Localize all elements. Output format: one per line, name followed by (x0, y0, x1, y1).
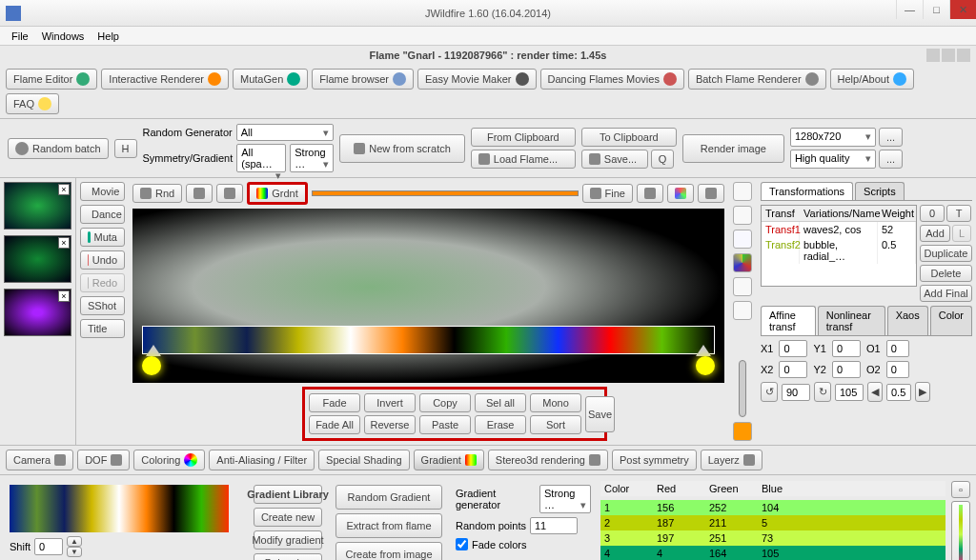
table-row[interactable]: Transf2 bubble, radial_… 0.5 (762, 237, 916, 264)
color-table-row[interactable]: 319725173 (600, 530, 946, 546)
resolution-select[interactable]: 1280x720 (790, 128, 876, 147)
t-button[interactable]: T (946, 205, 971, 222)
table-row[interactable]: Transf1 waves2, cos 52 (762, 222, 916, 237)
thumb-close-icon[interactable]: × (58, 184, 70, 195)
tab-post-symmetry[interactable]: Post symmetry (612, 450, 697, 470)
x2-input[interactable] (779, 361, 807, 378)
zero-button[interactable]: 0 (920, 205, 945, 222)
o1-input[interactable] (886, 340, 909, 357)
tab-interactive-renderer[interactable]: Interactive Renderer (101, 69, 229, 90)
canvas-tool-1[interactable] (186, 184, 213, 203)
tab-gradient[interactable]: Gradient (414, 450, 484, 470)
tab-flame-editor[interactable]: Flame Editor (6, 69, 97, 90)
subtab-xaos[interactable]: Xaos (887, 306, 928, 335)
extract-from-flame-button[interactable]: Extract from flame (336, 513, 442, 538)
undo-button[interactable]: Undo (80, 250, 125, 270)
deselect-icon[interactable]: ▫ (951, 481, 970, 498)
save-gradient-button[interactable]: Save (585, 396, 615, 432)
thumb-close-icon[interactable]: × (58, 237, 70, 249)
tab-dof[interactable]: DOF (77, 450, 130, 470)
tool-line-icon[interactable] (733, 277, 752, 296)
subtab-color[interactable]: Color (930, 306, 972, 335)
tab-stereo3d[interactable]: Stereo3d rendering (488, 450, 608, 470)
random-gradient-button[interactable]: Random Gradient (336, 485, 442, 510)
fade-button[interactable]: Fade (309, 393, 360, 412)
rotate-left-icon[interactable]: ↺ (761, 382, 778, 402)
color-table-row[interactable]: 44164105 (600, 546, 946, 560)
reverse-button[interactable]: Reverse (364, 415, 416, 434)
flame-canvas[interactable] (132, 209, 724, 383)
tab-faq[interactable]: FAQ (6, 93, 59, 114)
tab-layerz[interactable]: Layerz (701, 450, 762, 470)
subtab-affine[interactable]: Affine transf (761, 306, 816, 335)
fade-all-button[interactable]: Fade All (309, 415, 360, 434)
o2-input[interactable] (886, 361, 909, 378)
tool-target-icon[interactable] (733, 301, 752, 320)
muta-button[interactable]: Muta (80, 228, 125, 247)
to-clipboard-button[interactable]: To Clipboard (581, 128, 677, 147)
y1-input[interactable] (832, 340, 861, 357)
grid-button[interactable] (637, 184, 663, 203)
tab-antialiasing[interactable]: Anti-Aliasing / Filter (209, 450, 315, 470)
gradient-end-triangle-icon[interactable] (696, 345, 711, 356)
shift-down-icon[interactable]: ▼ (67, 547, 82, 557)
h-button[interactable]: H (114, 139, 137, 158)
tool-dots-icon[interactable] (733, 253, 752, 272)
copy-button[interactable]: Copy (419, 393, 471, 412)
sshot-button[interactable]: SShot (80, 296, 125, 315)
tab-camera[interactable]: Camera (6, 450, 73, 470)
modify-gradient-tab[interactable]: Modify gradient (254, 530, 322, 550)
tab-dancing-flames[interactable]: Dancing Flames Movies (540, 69, 684, 90)
invert-button[interactable]: Invert (364, 393, 416, 412)
from-clipboard-button[interactable]: From Clipboard (471, 128, 576, 147)
canvas-tool-2[interactable] (216, 184, 243, 203)
fade-colors-checkbox[interactable] (456, 538, 468, 550)
create-new-tab[interactable]: Create new (254, 508, 322, 527)
grdnt-button[interactable]: Grdnt (247, 182, 308, 205)
l-button[interactable]: L (952, 225, 971, 242)
menu-help[interactable]: Help (93, 29, 123, 43)
maximize-button[interactable]: □ (923, 0, 949, 19)
gradient-select[interactable]: Strong … (290, 144, 334, 172)
tab-mutagen[interactable]: MutaGen (233, 69, 308, 90)
load-flame-button[interactable]: Load Flame... (471, 150, 576, 169)
tab-batch-renderer[interactable]: Batch Flame Renderer (688, 69, 826, 90)
sort-button[interactable]: Sort (530, 415, 581, 434)
thumbnail-1[interactable]: × (4, 182, 71, 230)
menu-file[interactable]: File (8, 29, 32, 43)
minimize-button[interactable]: — (896, 0, 923, 19)
thumb-close-icon[interactable]: × (58, 290, 70, 302)
tool-triangle-icon[interactable] (733, 230, 752, 249)
tab-help-about[interactable]: Help/About (830, 69, 914, 90)
colors-button[interactable] (667, 184, 694, 203)
subtab-nonlinear[interactable]: Nonlinear transf (818, 306, 885, 335)
thumbnail-2[interactable]: × (4, 235, 71, 283)
arrow-left-icon[interactable]: ◀ (867, 382, 883, 402)
sub-close-icon[interactable] (957, 49, 970, 62)
balancing-tab[interactable]: Balancing (254, 553, 322, 560)
render-image-button[interactable]: Render image (682, 134, 784, 163)
title-button[interactable]: Title (80, 319, 125, 338)
add-transform-button[interactable]: Add (920, 225, 950, 242)
color-table-row[interactable]: 1156252104 (600, 500, 946, 515)
save-flame-button[interactable]: Save... (581, 150, 648, 169)
paste-button[interactable]: Paste (419, 415, 471, 434)
movie-button[interactable]: Movie (80, 182, 125, 201)
q-button[interactable]: Q (651, 150, 675, 169)
tool-box-icon[interactable] (733, 206, 752, 225)
fine-button[interactable]: Fine (582, 184, 633, 203)
rotate-input[interactable] (782, 384, 810, 401)
tab-coloring[interactable]: Coloring (133, 450, 205, 470)
speaker-icon[interactable] (733, 422, 752, 441)
scale-input[interactable] (835, 384, 864, 401)
vertical-gradient-preview[interactable] (951, 501, 970, 560)
add-final-button[interactable]: Add Final (920, 285, 972, 302)
new-from-scratch-button[interactable]: New from scratch (339, 134, 465, 163)
resolution-more-button[interactable]: ... (879, 128, 903, 147)
gradient-start-triangle-icon[interactable] (146, 345, 161, 356)
shift-input[interactable] (34, 538, 63, 555)
color-table-row[interactable]: 21872115 (600, 515, 946, 530)
redo-button[interactable]: Redo (80, 273, 125, 292)
gradient-strip[interactable] (142, 326, 715, 354)
vertical-slider[interactable] (739, 360, 746, 417)
